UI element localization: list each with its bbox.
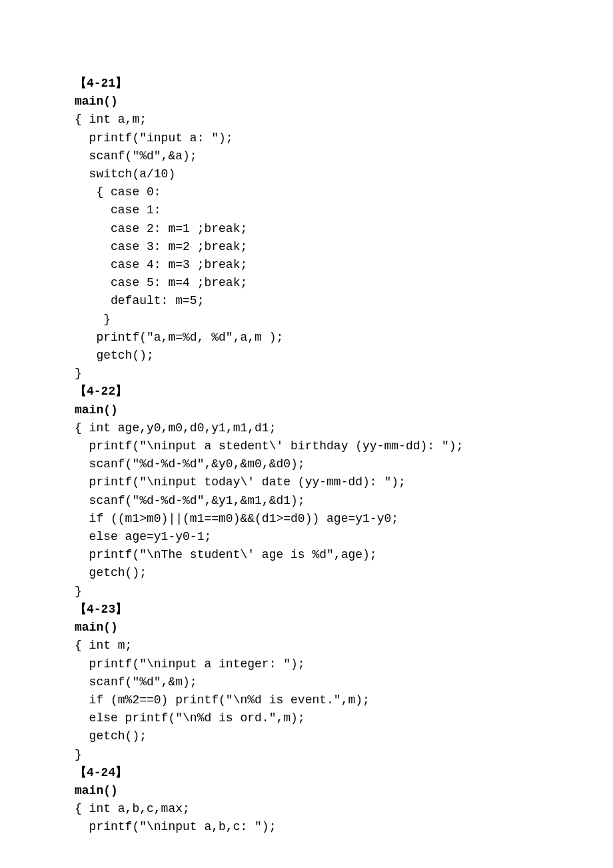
function-signature: main()	[75, 95, 118, 108]
code-line: getch();	[75, 566, 147, 579]
code-line: case 2: m=1 ;break;	[75, 222, 247, 235]
code-line: { int a,m;	[75, 113, 147, 126]
code-line: printf("a,m=%d, %d",a,m );	[75, 331, 283, 344]
code-line: getch();	[75, 349, 154, 362]
code-line: }	[75, 585, 82, 598]
code-line: default: m=5;	[75, 294, 204, 307]
code-line: }	[75, 748, 82, 761]
code-line: scanf("%d",&a);	[75, 149, 197, 163]
code-line: printf("\ninput today\' date (yy-mm-dd):…	[75, 475, 406, 489]
code-line: printf("input a: ");	[75, 131, 233, 145]
section-title: 【4-23】	[75, 603, 127, 616]
function-signature: main()	[75, 784, 118, 797]
code-line: printf("\ninput a integer: ");	[75, 657, 305, 671]
code-line: { int m;	[75, 639, 132, 652]
function-signature: main()	[75, 621, 118, 634]
function-signature: main()	[75, 403, 118, 417]
code-line: else age=y1-y0-1;	[75, 530, 211, 543]
document-page: 【4-21】 main() { int a,m; printf("input a…	[0, 0, 613, 868]
code-line: { int age,y0,m0,d0,y1,m1,d1;	[75, 421, 276, 435]
section-title: 【4-21】	[75, 77, 127, 90]
code-line: if ((m1>m0)||(m1==m0)&&(d1>=d0)) age=y1-…	[75, 512, 398, 525]
code-line: if (m%2==0) printf("\n%d is event.",m);	[75, 693, 370, 707]
code-line: case 3: m=2 ;break;	[75, 240, 247, 253]
section-title: 【4-22】	[75, 385, 127, 398]
code-line: printf("\ninput a stedent\' birthday (yy…	[75, 439, 463, 453]
code-line: { int a,b,c,max;	[75, 802, 190, 815]
code-line: else printf("\n%d is ord.",m);	[75, 711, 305, 725]
code-line: scanf("%d",&m);	[75, 675, 197, 689]
code-line: getch();	[75, 729, 147, 743]
code-line: switch(a/10)	[75, 167, 175, 181]
code-line: case 1:	[75, 203, 161, 217]
code-line: scanf("%d-%d-%d",&y1,&m1,&d1);	[75, 494, 305, 507]
code-line: printf("\nThe student\' age is %d",age);	[75, 548, 377, 561]
code-line: { case 0:	[75, 185, 161, 199]
code-line: scanf("%d-%d-%d",&y0,&m0,&d0);	[75, 457, 305, 471]
code-line: case 4: m=3 ;break;	[75, 258, 247, 271]
code-line: printf("\ninput a,b,c: ");	[75, 820, 276, 833]
code-line: }	[75, 367, 82, 380]
code-line: }	[75, 313, 111, 326]
section-title: 【4-24】	[75, 766, 127, 779]
code-line: case 5: m=4 ;break;	[75, 276, 247, 289]
